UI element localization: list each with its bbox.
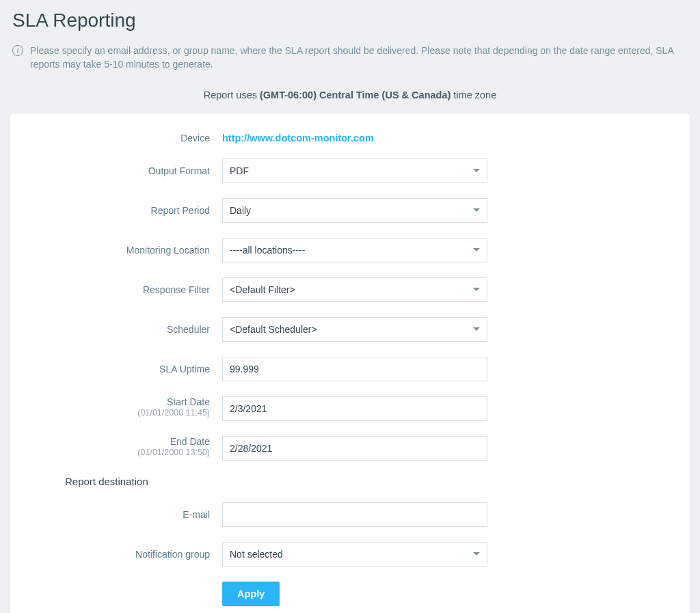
row-monitoring-location: Monitoring Location ----all locations---… <box>38 238 662 262</box>
select-monitoring-location-value: ----all locations---- <box>230 245 305 256</box>
label-end-date: End Date <box>170 436 210 447</box>
label-end-date-col: End Date (01/01/2000 13:50) <box>38 436 222 457</box>
chevron-down-icon <box>473 248 480 251</box>
row-notification-group: Notification group Not selected <box>38 542 662 567</box>
info-text: Please specify an email address, or grou… <box>30 44 688 72</box>
chevron-down-icon <box>473 327 480 331</box>
row-email: E-mail <box>38 502 662 527</box>
select-notification-group[interactable]: Not selected <box>222 542 487 567</box>
label-sla-uptime: SLA Uptime <box>38 364 222 374</box>
select-output-format[interactable]: PDF <box>222 159 487 183</box>
input-sla-uptime[interactable] <box>222 357 487 381</box>
select-scheduler[interactable]: <Default Scheduler> <box>222 317 487 342</box>
label-start-date: Start Date <box>167 396 210 407</box>
info-banner: i Please specify an email address, or gr… <box>10 44 690 72</box>
input-start-date[interactable] <box>222 396 487 421</box>
row-device: Device http://www.dotcom-monitor.com <box>38 133 662 144</box>
timezone-prefix: Report uses <box>204 90 260 100</box>
label-device: Device <box>38 133 222 144</box>
chevron-down-icon <box>473 552 480 556</box>
chevron-down-icon <box>473 169 480 172</box>
row-report-period: Report Period Daily <box>38 198 662 223</box>
select-response-filter[interactable]: <Default Filter> <box>222 277 487 302</box>
input-end-date[interactable] <box>222 436 487 461</box>
label-report-period: Report Period <box>38 205 222 216</box>
timezone-note: Report uses (GMT-06:00) Central Time (US… <box>10 90 690 100</box>
chevron-down-icon <box>473 208 480 212</box>
select-response-filter-value: <Default Filter> <box>230 284 295 295</box>
section-report-destination: Report destination <box>65 476 662 487</box>
hint-end-date: (01/01/2000 13:50) <box>38 448 210 457</box>
select-report-period[interactable]: Daily <box>222 198 487 223</box>
timezone-value: (GMT-06:00) Central Time (US & Canada) <box>260 90 450 100</box>
label-start-date-col: Start Date (01/01/2000 11:45) <box>38 396 222 418</box>
row-output-format: Output Format PDF <box>38 159 662 183</box>
row-scheduler: Scheduler <Default Scheduler> <box>38 317 662 342</box>
row-end-date: End Date (01/01/2000 13:50) <box>38 436 662 461</box>
label-email: E-mail <box>38 509 222 520</box>
select-scheduler-value: <Default Scheduler> <box>230 324 317 335</box>
row-sla-uptime: SLA Uptime <box>38 357 662 381</box>
chevron-down-icon <box>473 288 480 291</box>
select-report-period-value: Daily <box>230 205 251 216</box>
label-scheduler: Scheduler <box>38 324 222 335</box>
select-notification-group-value: Not selected <box>230 549 283 560</box>
label-monitoring-location: Monitoring Location <box>38 245 222 256</box>
page-title: SLA Reporting <box>10 10 690 31</box>
label-output-format: Output Format <box>38 165 222 176</box>
row-apply: Apply <box>38 582 662 606</box>
input-email[interactable] <box>222 502 487 527</box>
label-response-filter: Response Filter <box>38 284 222 295</box>
timezone-suffix: time zone <box>450 90 496 100</box>
row-response-filter: Response Filter <Default Filter> <box>38 277 662 302</box>
hint-start-date: (01/01/2000 11:45) <box>38 408 210 418</box>
label-notification-group: Notification group <box>38 549 222 560</box>
device-link[interactable]: http://www.dotcom-monitor.com <box>222 133 374 144</box>
row-start-date: Start Date (01/01/2000 11:45) <box>38 396 662 421</box>
select-monitoring-location[interactable]: ----all locations---- <box>222 238 487 262</box>
apply-button[interactable]: Apply <box>222 582 280 606</box>
form-card: Device http://www.dotcom-monitor.com Out… <box>10 113 690 613</box>
info-icon: i <box>12 45 23 56</box>
select-output-format-value: PDF <box>230 165 249 176</box>
